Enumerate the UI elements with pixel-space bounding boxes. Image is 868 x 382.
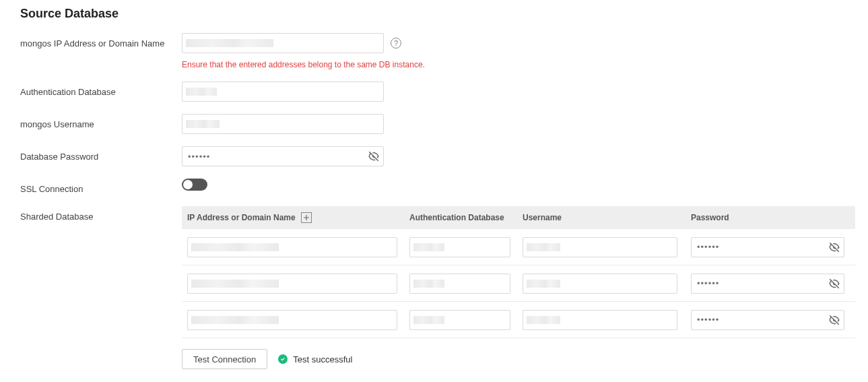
section-title: Source Database [20,7,855,21]
th-pwd: Password [691,213,729,222]
test-connection-button[interactable]: Test Connection [182,349,267,369]
db-pwd-input[interactable] [182,146,384,166]
th-user: Username [523,213,562,222]
eye-off-icon[interactable] [828,278,840,290]
row-auth-db: Authentication Database [20,82,855,102]
table-row [182,229,855,265]
shard-pwd-input[interactable] [691,274,844,294]
add-row-icon[interactable] [301,212,312,223]
mongos-ip-helper: Ensure that the entered addresses belong… [182,60,425,69]
label-sharded: Sharded Database [20,206,182,222]
table-row [182,302,855,338]
table-header: IP Address or Domain Name Authentication… [182,206,855,229]
table-row [182,265,855,302]
shard-pwd-input[interactable] [691,310,844,330]
test-row: Test Connection Test successful [182,349,855,369]
shard-pwd-input[interactable] [691,237,844,257]
label-auth-db: Authentication Database [20,82,182,97]
row-mongos-user: mongos Username [20,114,855,134]
label-mongos-ip: mongos IP Address or Domain Name [20,33,182,49]
th-auth: Authentication Database [409,213,504,222]
sharded-table: IP Address or Domain Name Authentication… [182,206,855,369]
test-status: Test successful [278,354,352,364]
th-ip: IP Address or Domain Name [187,213,296,222]
row-db-pwd: Database Password [20,146,855,166]
eye-off-icon[interactable] [828,314,840,326]
row-mongos-ip: mongos IP Address or Domain Name ? Ensur… [20,33,855,69]
test-status-text: Test successful [293,354,352,364]
source-database-form: Source Database mongos IP Address or Dom… [20,7,855,369]
label-ssl: SSL Connection [20,179,182,194]
check-circle-icon [278,354,288,364]
help-icon[interactable]: ? [391,38,401,49]
row-sharded: Sharded Database IP Address or Domain Na… [20,206,855,369]
eye-off-icon[interactable] [368,150,380,162]
label-db-pwd: Database Password [20,146,182,162]
ssl-toggle[interactable] [182,179,207,191]
row-ssl: SSL Connection [20,179,855,194]
eye-off-icon[interactable] [828,241,840,253]
label-mongos-user: mongos Username [20,114,182,129]
